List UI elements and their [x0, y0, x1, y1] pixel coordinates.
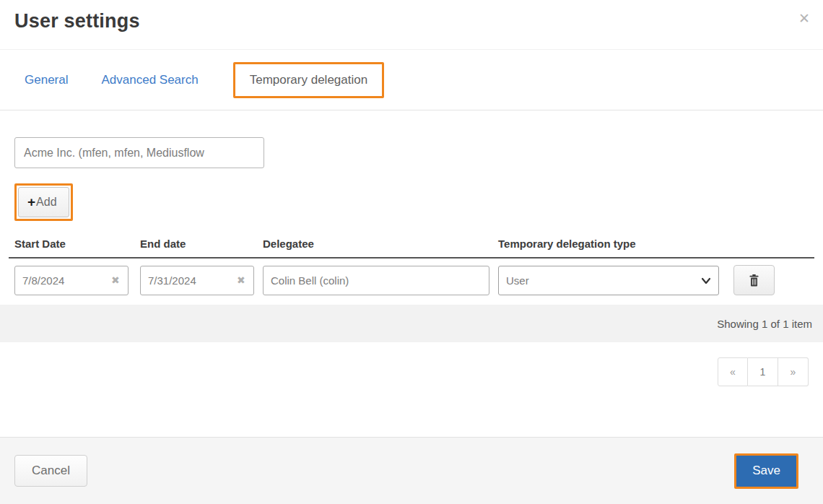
pagination-page-1-button[interactable]: 1: [748, 357, 778, 386]
tab-temporary-delegation[interactable]: Temporary delegation: [250, 73, 367, 87]
column-header-delegation-type: Temporary delegation type: [498, 238, 720, 250]
column-header-end-date: End date: [140, 238, 263, 250]
cancel-button[interactable]: Cancel: [14, 455, 87, 487]
close-icon[interactable]: ✕: [798, 12, 810, 25]
table-summary-band: Showing 1 of 1 item: [0, 305, 823, 342]
tab-bar: General Advanced Search Temporary delega…: [0, 50, 823, 110]
tab-advanced-search[interactable]: Advanced Search: [91, 66, 208, 95]
clear-start-date-icon[interactable]: ✖: [111, 274, 120, 286]
delegation-type-value: User: [506, 274, 529, 287]
trash-icon: [748, 274, 760, 287]
dialog-title: User settings: [14, 10, 809, 32]
delegation-table: Start Date End date Delegatee Temporary …: [14, 233, 809, 342]
table-row: ✖ ✖ User: [14, 258, 809, 302]
chevron-down-icon: [701, 276, 711, 286]
clear-end-date-icon[interactable]: ✖: [237, 274, 245, 286]
tab-general[interactable]: General: [14, 66, 78, 95]
add-button-label: Add: [36, 196, 56, 209]
column-header-delegatee: Delegatee: [263, 238, 498, 250]
dialog-header: User settings ✕: [0, 0, 823, 50]
plus-icon: +: [27, 194, 35, 210]
pagination: « 1 »: [14, 357, 809, 386]
add-button[interactable]: +Add: [18, 187, 69, 217]
annotation-box-add: +Add: [14, 183, 73, 221]
save-button[interactable]: Save: [736, 456, 796, 487]
user-settings-dialog: User settings ✕ General Advanced Search …: [0, 0, 823, 504]
dialog-body: +Add Start Date End date Delegatee Tempo…: [0, 110, 823, 386]
annotation-box-save: Save: [734, 453, 798, 489]
delete-row-button[interactable]: [733, 265, 775, 295]
delegation-type-select[interactable]: User: [498, 266, 719, 295]
column-header-start-date: Start Date: [14, 238, 140, 250]
table-summary-text: Showing 1 of 1 item: [717, 318, 812, 330]
dialog-footer: Cancel Save: [0, 437, 823, 504]
pagination-prev-button[interactable]: «: [718, 357, 748, 386]
table-header-row: Start Date End date Delegatee Temporary …: [14, 233, 809, 257]
delegatee-input[interactable]: [263, 266, 489, 295]
company-input[interactable]: [14, 137, 264, 168]
column-header-actions: [720, 238, 809, 250]
pagination-next-button[interactable]: »: [778, 357, 809, 386]
annotation-box-temporary-delegation: Temporary delegation: [233, 62, 384, 98]
